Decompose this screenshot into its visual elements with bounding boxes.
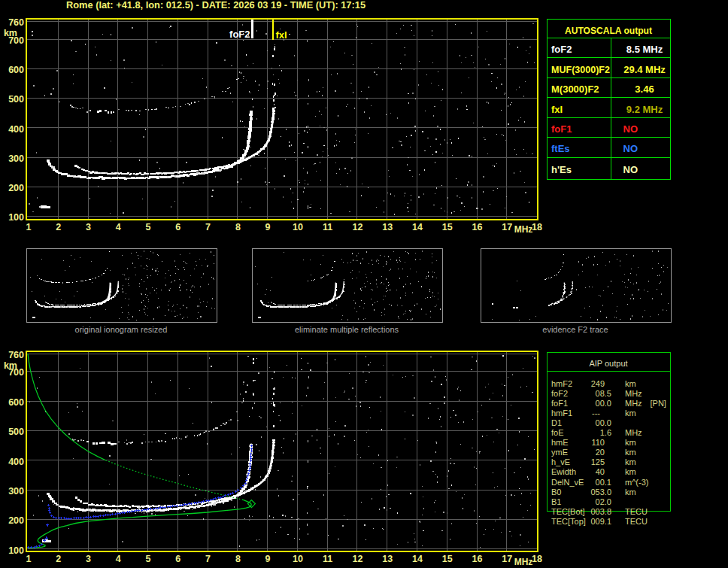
svg-text:5: 5 <box>146 222 151 232</box>
svg-text:00.0: 00.0 <box>596 418 611 427</box>
svg-text:foF2: foF2 <box>551 44 572 55</box>
svg-text:3: 3 <box>86 222 91 232</box>
svg-text:110: 110 <box>591 438 605 447</box>
svg-text:100: 100 <box>8 545 24 556</box>
svg-text:NO: NO <box>623 164 639 175</box>
svg-text:3: 3 <box>86 554 91 564</box>
svg-text:6: 6 <box>175 222 180 232</box>
svg-text:4: 4 <box>116 222 121 232</box>
svg-text:km: km <box>625 409 636 418</box>
svg-text:MHz: MHz <box>625 389 642 398</box>
svg-text:08.5: 08.5 <box>596 389 611 398</box>
svg-text:02.0: 02.0 <box>596 497 611 506</box>
svg-text:TEC[Bot]: TEC[Bot] <box>551 507 585 516</box>
svg-text:11: 11 <box>323 554 332 564</box>
svg-text:km: km <box>625 467 636 476</box>
svg-text:hmF2: hmF2 <box>551 379 572 388</box>
svg-text:29.4 MHz: 29.4 MHz <box>623 64 666 75</box>
svg-text:fxI: fxI <box>276 29 287 41</box>
svg-text:300: 300 <box>8 153 24 164</box>
svg-text:Rome (lat: +41.8, lon: 012.5): Rome (lat: +41.8, lon: 012.5) - DATE: 20… <box>66 0 366 11</box>
svg-text:TECU: TECU <box>625 507 648 516</box>
svg-text:7: 7 <box>205 222 211 232</box>
svg-text:m^(-3): m^(-3) <box>625 478 648 487</box>
svg-text:ftEs: ftEs <box>551 143 570 154</box>
svg-text:km: km <box>625 448 636 457</box>
svg-text:km: km <box>625 488 636 497</box>
svg-text:6: 6 <box>175 554 180 564</box>
svg-text:foE: foE <box>551 428 564 437</box>
svg-text:fxI: fxI <box>551 104 563 115</box>
svg-text:200: 200 <box>8 515 24 526</box>
svg-text:MHz: MHz <box>514 224 533 235</box>
svg-text:12: 12 <box>352 554 362 564</box>
svg-text:MHz: MHz <box>625 428 642 437</box>
svg-text:km: km <box>625 379 636 388</box>
svg-text:2: 2 <box>56 554 61 564</box>
svg-text:MHz: MHz <box>514 557 533 567</box>
svg-text:18: 18 <box>532 222 542 232</box>
svg-text:original ionogram resized: original ionogram resized <box>75 325 168 334</box>
svg-text:3.46: 3.46 <box>635 84 654 95</box>
svg-text:km: km <box>4 360 17 371</box>
svg-text:8: 8 <box>235 222 241 232</box>
svg-text:h_vE: h_vE <box>551 457 570 466</box>
svg-text:5: 5 <box>146 554 151 564</box>
svg-text:15: 15 <box>442 554 453 564</box>
svg-text:600: 600 <box>8 397 24 408</box>
svg-text:125: 125 <box>591 457 605 466</box>
svg-text:D1: D1 <box>551 418 562 427</box>
svg-text:DelN_vE: DelN_vE <box>551 478 584 487</box>
svg-text:MHz: MHz <box>625 399 642 408</box>
svg-text:500: 500 <box>8 94 24 105</box>
svg-text:200: 200 <box>8 183 24 193</box>
svg-text:foF2: foF2 <box>229 29 250 40</box>
svg-text:12: 12 <box>352 222 362 232</box>
svg-text:9: 9 <box>265 554 271 564</box>
svg-text:20: 20 <box>596 448 605 457</box>
svg-text:km: km <box>625 438 636 447</box>
svg-text:foF1: foF1 <box>551 399 568 408</box>
svg-text:100: 100 <box>8 212 24 223</box>
svg-text:B1: B1 <box>551 497 561 506</box>
svg-text:8: 8 <box>235 554 241 564</box>
svg-text:7: 7 <box>205 554 211 564</box>
svg-text:ymE: ymE <box>551 448 568 457</box>
svg-text:16: 16 <box>472 554 483 564</box>
svg-text:TECU: TECU <box>625 517 648 526</box>
svg-text:17: 17 <box>502 554 512 564</box>
svg-text:M(3000)F2: M(3000)F2 <box>551 84 599 95</box>
svg-text:16: 16 <box>472 222 483 232</box>
svg-text:h'Es: h'Es <box>551 164 572 175</box>
svg-text:4: 4 <box>116 554 121 564</box>
svg-text:500: 500 <box>8 427 24 437</box>
svg-text:003.8: 003.8 <box>590 507 611 516</box>
svg-text:foF1: foF1 <box>551 123 572 135</box>
svg-text:13: 13 <box>382 222 393 232</box>
svg-text:NO: NO <box>623 123 639 135</box>
svg-text:600: 600 <box>8 65 24 75</box>
svg-text:1: 1 <box>26 554 32 564</box>
svg-text:14: 14 <box>412 222 423 232</box>
svg-text:1.6: 1.6 <box>600 428 611 437</box>
svg-text:hmE: hmE <box>551 438 569 447</box>
svg-text:8.5 MHz: 8.5 MHz <box>626 44 663 55</box>
svg-text:TEC[Top]: TEC[Top] <box>551 517 586 526</box>
svg-text:---: --- <box>592 409 600 418</box>
svg-text:40: 40 <box>596 467 605 476</box>
svg-text:11: 11 <box>323 222 332 232</box>
svg-text:2: 2 <box>56 222 61 232</box>
svg-text:053.0: 053.0 <box>590 488 611 497</box>
svg-text:14: 14 <box>412 554 423 564</box>
svg-text:Ewidth: Ewidth <box>551 467 576 476</box>
svg-text:[PN]: [PN] <box>651 399 666 408</box>
svg-text:MUF(3000)F2: MUF(3000)F2 <box>551 64 610 75</box>
svg-text:AIP output: AIP output <box>589 359 627 368</box>
svg-text:249: 249 <box>591 379 605 388</box>
svg-text:15: 15 <box>442 222 453 232</box>
svg-text:eliminate multiple reflections: eliminate multiple reflections <box>295 325 399 334</box>
svg-text:AUTOSCALA output: AUTOSCALA output <box>565 25 653 36</box>
svg-text:9.2 MHz: 9.2 MHz <box>626 104 663 115</box>
svg-text:17: 17 <box>502 222 512 232</box>
svg-text:10: 10 <box>293 222 303 232</box>
